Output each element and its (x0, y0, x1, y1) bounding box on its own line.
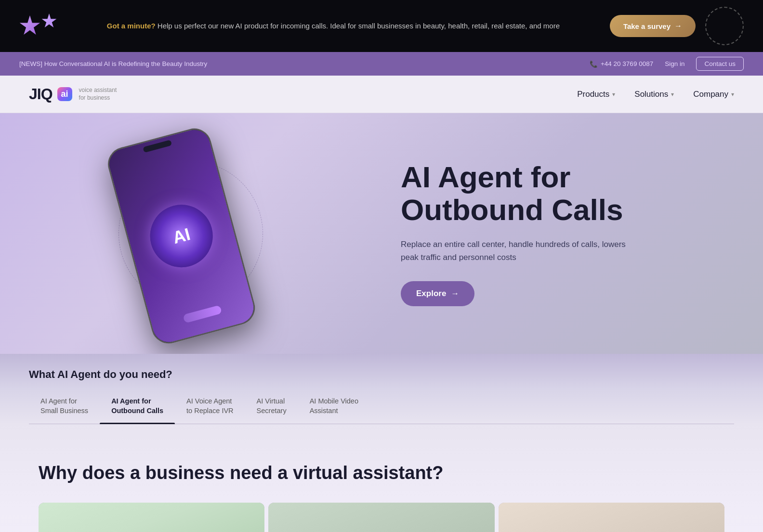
hero-right: AI Agent for Outbound Calls Replace an e… (382, 113, 763, 354)
solutions-chevron-icon: ▾ (671, 91, 674, 98)
news-bar-right: 📞 +44 20 3769 0087 Sign in Contact us (590, 57, 744, 71)
tab-ai-outbound-calls[interactable]: AI Agent forOutbound Calls (100, 390, 175, 424)
announcement-body: Help us perfect our new AI product for i… (156, 22, 560, 30)
phone-ai-label: AI (171, 224, 193, 248)
logo-ai-badge: ai (57, 87, 72, 101)
phone-icon: 📞 (590, 60, 598, 68)
announcement-highlight: Got a minute? (107, 22, 156, 30)
tab-ai-voice-ivr[interactable]: AI Voice Agentto Replace IVR (175, 390, 245, 424)
star-icon-2 (41, 13, 57, 29)
company-chevron-icon: ▾ (731, 91, 734, 98)
deco-circle (705, 7, 744, 45)
nav-solutions-label: Solutions (634, 90, 668, 99)
tab-ai-virtual-secretary[interactable]: AI VirtualSecretary (245, 390, 298, 424)
hero-subtitle: Replace an entire call center, handle hu… (401, 238, 642, 264)
hero-section: AI AI Agent for Outbound Calls Replace a… (0, 113, 763, 354)
news-bar: [NEWS] How Conversational AI is Redefini… (0, 52, 763, 76)
nav-item-company[interactable]: Company ▾ (693, 90, 734, 99)
phone-number: +44 20 3769 0087 (601, 60, 653, 67)
hero-title-line2: Outbound Calls (401, 193, 623, 226)
nav-products-label: Products (577, 90, 609, 99)
hero-title: AI Agent for Outbound Calls (401, 161, 724, 226)
tab-ai-small-business[interactable]: AI Agent forSmall Business (29, 390, 100, 424)
office-scene (499, 503, 724, 532)
image-2 (268, 503, 494, 532)
star-icon-1 (19, 15, 40, 37)
nav-item-products[interactable]: Products ▾ (577, 90, 615, 99)
hero-left: AI (0, 113, 382, 354)
section-title: Why does a business need a virtual assis… (39, 463, 724, 483)
phone-screen: AI (106, 127, 257, 346)
tabs-list: AI Agent forSmall Business AI Agent forO… (29, 390, 734, 424)
survey-button[interactable]: Take a survey → (610, 15, 696, 37)
phone-link[interactable]: 📞 +44 20 3769 0087 (590, 60, 653, 68)
logo[interactable]: JIQ ai voice assistant for business (29, 85, 117, 103)
products-chevron-icon: ▾ (612, 91, 615, 98)
news-text: [NEWS] How Conversational AI is Redefini… (19, 60, 207, 67)
image-row (39, 503, 724, 532)
logo-jiq: JIQ (29, 85, 53, 103)
logo-subtitle: voice assistant for business (79, 87, 117, 102)
explore-arrow-icon: → (451, 289, 459, 298)
decoration-stars (19, 15, 57, 37)
phone-mockup: AI (104, 125, 259, 348)
lower-section: Why does a business need a virtual assis… (0, 424, 763, 532)
survey-arrow-icon: → (674, 22, 682, 30)
nav-company-label: Company (693, 90, 728, 99)
tabs-question: What AI Agent do you need? (29, 368, 734, 381)
tab-ai-mobile-video[interactable]: AI Mobile VideoAssistant (298, 390, 370, 424)
explore-button-label: Explore (416, 289, 446, 298)
explore-button[interactable]: Explore → (401, 281, 474, 306)
announcement-text: Got a minute? Help us perfect our new AI… (57, 20, 610, 32)
hero-title-line1: AI Agent for (401, 160, 570, 194)
survey-button-label: Take a survey (623, 22, 671, 30)
navbar: JIQ ai voice assistant for business Prod… (0, 76, 763, 113)
image-1 (39, 503, 264, 532)
plant-scene-2 (268, 503, 494, 532)
sign-in-button[interactable]: Sign in (665, 60, 684, 67)
tabs-section: What AI Agent do you need? AI Agent forS… (0, 354, 763, 424)
nav-links: Products ▾ Solutions ▾ Company ▾ (577, 90, 734, 99)
announcement-bar: Got a minute? Help us perfect our new AI… (0, 0, 763, 52)
contact-us-button[interactable]: Contact us (696, 57, 744, 71)
nav-item-solutions[interactable]: Solutions ▾ (634, 90, 674, 99)
plant-scene-1 (39, 503, 264, 532)
image-3 (499, 503, 724, 532)
phone-ai-circle: AI (143, 198, 220, 274)
